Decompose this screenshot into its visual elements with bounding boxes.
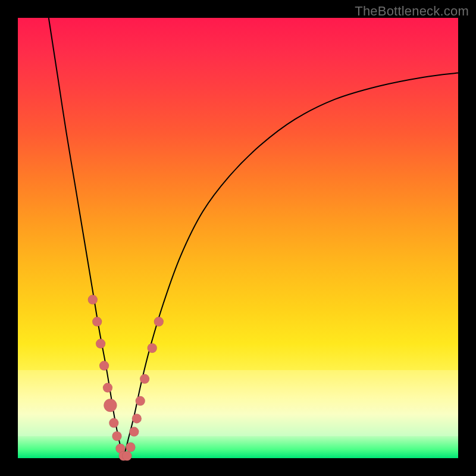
data-marker	[123, 451, 132, 461]
chart-frame: TheBottleneck.com	[0, 0, 476, 476]
marker-group	[88, 295, 164, 461]
data-marker	[99, 361, 109, 371]
watermark-text: TheBottleneck.com	[355, 4, 469, 19]
data-marker	[104, 399, 117, 412]
data-marker	[148, 343, 157, 353]
chart-svg	[18, 18, 458, 458]
data-marker	[88, 295, 98, 305]
data-marker	[154, 317, 164, 327]
data-marker	[112, 431, 122, 441]
data-marker	[136, 396, 145, 406]
data-marker	[140, 374, 149, 384]
data-marker	[126, 443, 135, 452]
curve-right-branch	[124, 73, 458, 459]
data-marker	[96, 339, 105, 349]
curve-left-branch	[49, 18, 124, 458]
data-marker	[92, 317, 102, 327]
plot-area	[18, 18, 458, 458]
data-marker	[103, 383, 112, 393]
data-marker	[129, 427, 139, 437]
data-marker	[132, 414, 142, 423]
data-marker	[109, 418, 118, 428]
